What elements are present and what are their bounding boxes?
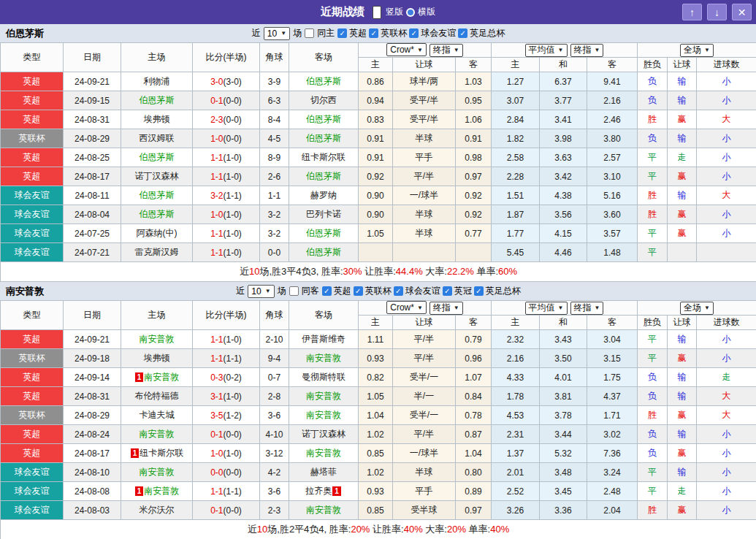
home-team-name[interactable]: 南安普敦 [140, 334, 175, 344]
average-odds-cell: 2.31 [492, 425, 540, 444]
home-team-name[interactable]: 卡迪夫城 [140, 410, 175, 420]
match-type-badge: 英超 [1, 368, 64, 387]
handicap-odds-cell: 半球 [393, 463, 456, 482]
league-checkbox[interactable]: ✓ [458, 28, 467, 38]
away-team-name[interactable]: 南安普敦 [306, 353, 341, 363]
home-team: 伯恩茅斯 [121, 91, 193, 110]
home-team-name[interactable]: 南安普敦 [144, 372, 179, 382]
odds-source-select[interactable]: 终指▼ [429, 44, 463, 57]
league-checkbox[interactable]: ✓ [443, 286, 452, 296]
match-type-badge: 英超 [1, 148, 64, 167]
odds-source-select[interactable]: 终指▼ [570, 302, 604, 315]
radio-horizontal[interactable] [406, 8, 415, 17]
average-odds-cell: 3.45 [540, 482, 587, 501]
odds-source-select[interactable]: 终指▼ [429, 302, 463, 315]
radio-vertical[interactable] [373, 6, 381, 19]
home-team-name[interactable]: 米尔沃尔 [140, 505, 175, 515]
league-checkbox[interactable]: ✓ [369, 28, 378, 38]
away-team-name[interactable]: 南安普敦 [306, 410, 341, 420]
away-team-name[interactable]: 切尔西 [310, 95, 337, 105]
summary-segment: 30% [343, 266, 362, 277]
away-team-name[interactable]: 诺丁汉森林 [302, 429, 345, 439]
same-venue-checkbox[interactable] [305, 28, 314, 38]
result-flag: 大 [697, 406, 756, 425]
odds-source-select[interactable]: Crow*▼ [386, 43, 427, 56]
away-team-name[interactable]: 赫罗纳 [310, 190, 337, 200]
odds-source-select[interactable]: 全场▼ [680, 44, 714, 57]
home-team-name[interactable]: 埃弗顿 [144, 114, 170, 124]
league-checkbox[interactable]: ✓ [337, 28, 347, 38]
home-team-name[interactable]: 南安普敦 [140, 429, 175, 439]
home-team-name[interactable]: 伯恩茅斯 [140, 209, 175, 219]
away-team-name[interactable]: 纽卡斯尔联 [302, 152, 345, 162]
away-team-name[interactable]: 伯恩茅斯 [306, 133, 341, 143]
match-count-select[interactable]: 10▼ [264, 27, 290, 40]
away-team-name[interactable]: 伯恩茅斯 [306, 171, 341, 181]
average-odds-cell: 4.15 [540, 224, 587, 243]
home-team-name[interactable]: 阿森纳(中) [137, 228, 177, 238]
away-team-name[interactable]: 南安普敦 [306, 448, 341, 458]
result-flag: 输 [668, 91, 697, 110]
odds-source-select-label: 终指 [433, 44, 451, 56]
home-team-name[interactable]: 伯恩茅斯 [140, 152, 175, 162]
odds-source-select[interactable]: 全场▼ [680, 302, 714, 315]
league-checkbox[interactable]: ✓ [394, 286, 403, 296]
odds-source-select[interactable]: 平均值▼ [525, 44, 568, 57]
away-team-name[interactable]: 伊普斯维奇 [302, 334, 345, 344]
away-team-name[interactable]: 赫塔菲 [310, 467, 337, 477]
result-flag: 赢 [668, 501, 697, 520]
league-checkbox[interactable]: ✓ [322, 286, 332, 296]
average-odds-cell: 3.50 [540, 349, 587, 368]
summary-segment: 场,胜2平4负4, 胜率: [267, 524, 351, 535]
move-up-button[interactable]: ↑ [682, 4, 702, 20]
league-label: 英足总杯 [470, 27, 505, 39]
away-team: 伯恩茅斯 [289, 110, 359, 129]
odds-source-select[interactable]: 终指▼ [570, 44, 604, 57]
odds-source-select[interactable]: Crow*▼ [386, 301, 427, 314]
corner-score: 4-5 [260, 129, 289, 148]
home-team-name[interactable]: 南安普敦 [144, 486, 179, 496]
match-count-select[interactable]: 10▼ [248, 285, 274, 298]
away-team-name[interactable]: 曼彻斯特联 [302, 372, 345, 382]
corner-score: 2-10 [260, 330, 289, 349]
home-team-name[interactable]: 南安普敦 [140, 467, 175, 477]
move-down-button[interactable]: ↓ [707, 4, 727, 20]
home-team-name[interactable]: 诺丁汉森林 [135, 171, 179, 181]
match-type-badge: 英超 [1, 387, 64, 406]
league-checkbox[interactable]: ✓ [474, 286, 484, 296]
home-team-name[interactable]: 布伦特福德 [135, 391, 179, 401]
same-venue-checkbox[interactable] [289, 286, 299, 296]
full-time-score: 1-0 [210, 448, 223, 459]
away-team: 伯恩茅斯 [289, 224, 359, 243]
away-team-name[interactable]: 南安普敦 [306, 391, 341, 401]
home-team-name[interactable]: 伯恩茅斯 [140, 95, 175, 105]
away-team-name[interactable]: 伯恩茅斯 [306, 228, 341, 238]
away-team-name[interactable]: 伯恩茅斯 [306, 76, 341, 86]
close-button[interactable]: ✕ [732, 4, 752, 20]
home-team-name[interactable]: 西汉姆联 [140, 133, 175, 143]
match-row: 英超24-08-171纽卡斯尔联1-0(1-0)3-12南安普敦0.85一/球半… [1, 444, 756, 463]
home-team-name[interactable]: 伯恩茅斯 [140, 190, 175, 200]
away-team-name[interactable]: 巴列卡诺 [306, 209, 341, 219]
league-label: 英联杯 [365, 285, 392, 297]
home-team: 埃弗顿 [121, 110, 193, 129]
home-team-name[interactable]: 利物浦 [144, 76, 170, 86]
away-team-name[interactable]: 伯恩茅斯 [306, 114, 341, 124]
league-checkbox[interactable]: ✓ [409, 28, 419, 38]
league-checkbox[interactable]: ✓ [354, 286, 363, 296]
result-flag: 小 [697, 129, 756, 148]
summary-segment: 单率: [474, 266, 498, 277]
odds-source-select[interactable]: 平均值▼ [525, 302, 568, 315]
chevron-down-icon: ▼ [558, 47, 564, 53]
header-row: 类型日期主场比分(半场)角球客场Crow*▼终指▼平均值▼终指▼全场▼ [1, 301, 756, 316]
odds-source-select-label: Crow* [390, 302, 414, 313]
league-label: 英联杯 [381, 27, 407, 39]
handicap-odds-cell: 半球 [393, 224, 456, 243]
home-team-name[interactable]: 埃弗顿 [144, 353, 170, 363]
home-team-name[interactable]: 纽卡斯尔联 [140, 448, 183, 458]
away-team-name[interactable]: 南安普敦 [306, 505, 341, 515]
average-odds-cell: 3.77 [540, 91, 587, 110]
away-team-name[interactable]: 伯恩茅斯 [306, 247, 341, 257]
away-team-name[interactable]: 拉齐奥 [305, 486, 332, 496]
home-team-name[interactable]: 雷克斯汉姆 [135, 247, 179, 257]
